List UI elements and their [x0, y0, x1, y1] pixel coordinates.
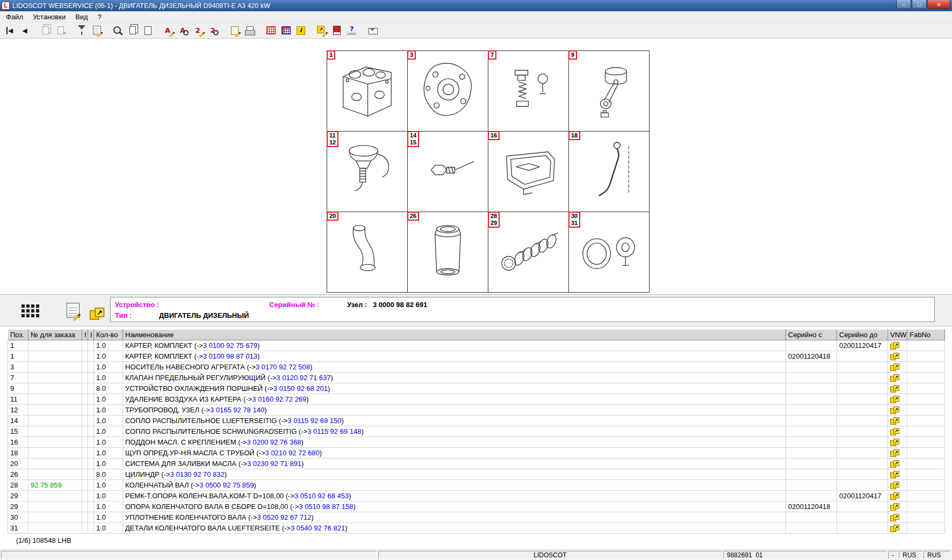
diagram-cell-11-12[interactable]: 1112: [327, 132, 408, 212]
maximize-button[interactable]: □: [912, 0, 927, 9]
part-row[interactable]: 121.0ТРУБОПРОВОД, УЗЕЛ (->3 0165 92 78 1…: [8, 405, 945, 416]
find-number-button[interactable]: [207, 24, 221, 38]
menu-item-2[interactable]: Установки: [28, 12, 70, 22]
diagram-cell-9[interactable]: 9: [569, 51, 650, 132]
part-row[interactable]: 151.0СОПЛО РАСПЫЛИТЕЛЬНОЕ SCHWUNGRADSEIT…: [8, 426, 945, 437]
vnw-link-icon[interactable]: [890, 503, 899, 511]
part-number-link[interactable]: 3 0120 92 71 637: [276, 374, 330, 382]
diagram-cell-7[interactable]: 7: [488, 51, 569, 132]
print-button[interactable]: [243, 24, 257, 38]
diagram-cell-1[interactable]: 1: [327, 51, 408, 132]
part-row[interactable]: 98.0УСТРОЙСТВО ОХЛАЖДЕНИЯ ПОРШНЕЙ (->3 0…: [8, 383, 945, 394]
part-row[interactable]: 291.0РЕМК-Т,ОПОРА КОЛЕНЧ.ВАЛА,КОМ-Т D=10…: [8, 491, 945, 501]
column-vnw[interactable]: VNW: [888, 330, 907, 340]
find-text-edit-button[interactable]: [162, 24, 176, 38]
part-row[interactable]: 71.0КЛАПАН ПРЕДЕЛЬНЫЙ РЕГУЛИРУЮЩИЙ (->3 …: [8, 373, 945, 383]
diagram-cell-16[interactable]: 16: [488, 132, 569, 212]
table-red-button[interactable]: [264, 24, 278, 38]
part-number-link[interactable]: 3 0510 92 68 453: [294, 492, 349, 500]
filter-button[interactable]: [75, 24, 89, 38]
column-flag2[interactable]: I: [88, 330, 94, 340]
go-first-button[interactable]: [3, 24, 17, 38]
vnw-link-icon[interactable]: [890, 406, 899, 414]
info-button[interactable]: [294, 24, 308, 38]
vnw-link-icon[interactable]: [890, 439, 899, 446]
lidos-app-icon[interactable]: L: [2, 2, 10, 10]
vnw-link-icon[interactable]: [890, 353, 899, 360]
vnw-link-icon[interactable]: [890, 374, 899, 382]
part-number-link[interactable]: 3 0230 92 71 891: [247, 460, 301, 468]
vnw-link-icon[interactable]: [890, 525, 899, 532]
part-number-link[interactable]: 3 0115 92 69 148: [307, 427, 361, 435]
part-row[interactable]: 111.0УДАЛЕНИЕ ВОЗДУХА ИЗ КАРТЕРА (->3 01…: [8, 394, 945, 405]
link-edit-button[interactable]: [315, 24, 329, 38]
part-number-link[interactable]: 3 0510 98 87 158: [299, 503, 353, 511]
close-button[interactable]: ×: [927, 0, 950, 9]
vnw-link-icon[interactable]: [890, 449, 899, 457]
part-row[interactable]: 268.0ЦИЛИНДР (->3 0130 92 70 832): [8, 469, 945, 480]
part-number-link[interactable]: 3 0210 92 72 680: [265, 449, 320, 457]
part-row[interactable]: 11.0КАРТЕР, КОМПЛЕКТ (->3 0100 98 87 013…: [8, 351, 945, 362]
part-row[interactable]: 141.0СОПЛО РАСПЫЛИТЕЛЬНОЕ LUEFTERSEITIG …: [8, 416, 945, 426]
edit-list-button[interactable]: [90, 24, 104, 38]
column-fabno[interactable]: FabNo: [907, 330, 945, 340]
column-order-number[interactable]: № для заказа: [28, 330, 82, 340]
column-serial-from[interactable]: Серийно с: [786, 330, 837, 340]
diagram-cell-3[interactable]: 3: [408, 51, 488, 132]
part-row[interactable]: 301.0УПЛОТНЕНИЕ КОЛЕНЧАТОГО ВАЛА (->3 05…: [8, 512, 945, 523]
part-row[interactable]: 11.0КАРТЕР, КОМПЛЕКТ (->3 0100 92 75 679…: [8, 340, 945, 351]
column-serial-to[interactable]: Серийно до: [837, 330, 888, 340]
part-row[interactable]: 291.0ОПОРА КОЛЕНЧАТОГО ВАЛА В СБОРЕ D=10…: [8, 501, 945, 512]
part-number-link[interactable]: 3 0100 92 75 679: [203, 341, 257, 350]
diagram-cell-26[interactable]: 26: [408, 212, 488, 293]
vnw-link-icon[interactable]: [890, 396, 899, 403]
part-row[interactable]: 161.0ПОДДОН МАСЛ. С КРЕПЛЕНИЕМ (->3 0200…: [8, 437, 945, 448]
vnw-link-icon[interactable]: [890, 342, 899, 350]
part-number-link[interactable]: 3 0160 92 72 269: [252, 395, 306, 403]
diagram-cell-14-15[interactable]: 1415: [408, 132, 488, 212]
menu-item-1[interactable]: Файл: [1, 12, 28, 22]
part-number-link[interactable]: 3 0500 92 75 859: [199, 481, 254, 489]
part-number-link[interactable]: 3 0130 92 70 832: [170, 470, 225, 478]
part-number-link[interactable]: 3 0520 92 67 712: [257, 513, 311, 521]
lidos-help-button[interactable]: [345, 24, 359, 38]
find-number-edit-button[interactable]: [192, 24, 206, 38]
diagram-cell-20[interactable]: 20: [327, 212, 408, 293]
vnw-link-icon[interactable]: [890, 460, 899, 468]
vnw-link-icon[interactable]: [890, 363, 899, 371]
part-row[interactable]: 181.0ЩУП ОПРЕД.УР-НЯ МАСЛА С ТРУБОЙ (->3…: [8, 448, 945, 459]
part-number-link[interactable]: 3 0165 92 78 140: [210, 406, 264, 414]
forward-document-button[interactable]: [54, 24, 68, 38]
vnw-link-icon[interactable]: [890, 482, 899, 489]
mail-button[interactable]: [366, 24, 380, 38]
vnw-link-icon[interactable]: [890, 428, 899, 435]
part-number-link[interactable]: 3 0115 92 69 150: [287, 417, 341, 425]
diagram-cell-28-29[interactable]: 2829: [488, 212, 569, 293]
part-row[interactable]: 201.0СИСТЕМА ДЛЯ ЗАЛИВКИ МАСЛА (->3 0230…: [8, 459, 945, 469]
vnw-link-icon[interactable]: [890, 492, 899, 500]
part-row[interactable]: 311.0ДЕТАЛИ КОЛЕНЧАТОГО ВАЛА LUEFTERSEIT…: [8, 523, 945, 534]
vnw-link-icon[interactable]: [890, 514, 899, 521]
notes-button[interactable]: [228, 24, 242, 38]
find-text-button[interactable]: [177, 24, 191, 38]
usage-link-button[interactable]: [85, 303, 103, 318]
part-row[interactable]: 31.0НОСИТЕЛЬ НАВЕСНОГО АГРЕГАТА (->3 017…: [8, 362, 945, 373]
vnw-link-icon[interactable]: [890, 385, 899, 392]
diagram-cell-30-31[interactable]: 3031: [569, 212, 650, 293]
copy-document-button[interactable]: [39, 24, 53, 38]
parts-list-button[interactable]: [64, 301, 82, 319]
bookmark-button[interactable]: [330, 24, 344, 38]
column-quantity[interactable]: Кол-во: [94, 330, 123, 340]
part-number-link[interactable]: 3 0170 92 72 508: [256, 363, 310, 371]
vnw-link-icon[interactable]: [890, 471, 899, 478]
column-name[interactable]: Наименование: [123, 330, 786, 340]
column-pos[interactable]: Поз.: [8, 330, 28, 340]
menu-item-3[interactable]: Вид: [70, 12, 93, 22]
column-flag1[interactable]: I: [82, 330, 88, 340]
vnw-link-icon[interactable]: [890, 417, 899, 425]
minimize-button[interactable]: –: [896, 0, 911, 9]
pages-view-button[interactable]: [126, 24, 140, 38]
zoom-button[interactable]: [111, 24, 125, 38]
diagram-cell-18[interactable]: 18: [569, 132, 650, 212]
menu-item-4[interactable]: ?: [93, 12, 106, 22]
